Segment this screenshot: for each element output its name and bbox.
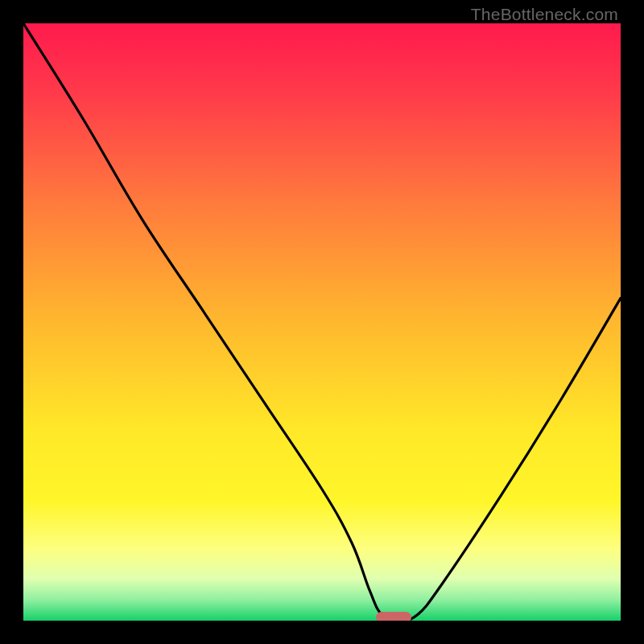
bottleneck-curve	[23, 23, 621, 621]
watermark-text: TheBottleneck.com	[471, 5, 618, 24]
optimum-marker	[376, 612, 412, 621]
plot-area	[23, 23, 621, 621]
chart-container: TheBottleneck.com	[0, 0, 644, 644]
